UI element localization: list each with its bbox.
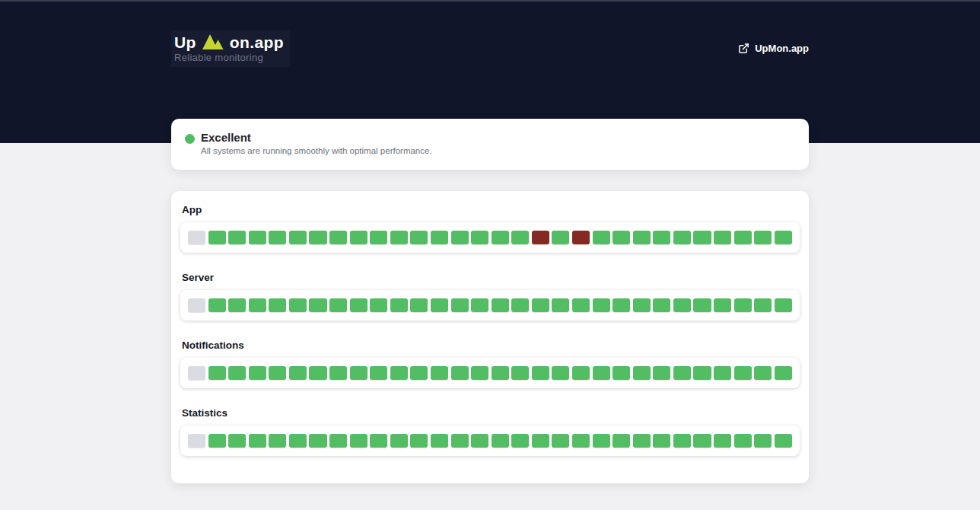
status-segment-up (410, 366, 428, 380)
status-segment-empty (188, 231, 205, 244)
monitor-label: Server (182, 272, 798, 283)
status-segment-up (431, 434, 448, 448)
brand-name-suffix: on.app (230, 34, 284, 50)
external-link-icon (738, 43, 749, 54)
status-segment-up (673, 298, 691, 312)
status-segment-up (451, 434, 469, 448)
overall-status-card: Excellent All systems are running smooth… (171, 119, 809, 170)
status-segment-up (370, 366, 387, 380)
status-segment-up (350, 231, 368, 244)
mountains-logo-icon (202, 33, 224, 50)
status-segment-empty (188, 434, 205, 448)
status-segment-up (370, 298, 387, 312)
status-segment-up (532, 298, 549, 312)
monitor-track-container (180, 426, 800, 456)
status-segment-up (410, 231, 428, 244)
status-segment-up (471, 298, 488, 312)
status-segment-up (552, 231, 569, 244)
status-segment-up (572, 434, 590, 448)
status-segment-up (653, 366, 670, 380)
status-segment-up (532, 366, 549, 380)
status-segment-up (734, 434, 752, 448)
status-segment-up (492, 298, 509, 312)
status-segment-up (754, 366, 772, 380)
status-segment-up (653, 298, 670, 312)
status-segment-up (511, 366, 529, 380)
status-segment-up (734, 231, 752, 244)
status-segment-up (633, 298, 651, 312)
status-segment-up (431, 366, 448, 380)
status-segment-up (390, 231, 408, 244)
monitors: App Server Notifications Statistics (180, 204, 800, 456)
status-segment-up (431, 231, 448, 244)
status-segment-up (633, 434, 651, 448)
status-segment-up (289, 298, 307, 312)
status-segment-up (673, 231, 691, 244)
status-segment-up (289, 366, 307, 380)
monitor-label: Notifications (182, 339, 798, 351)
status-segment-up (289, 231, 307, 244)
status-segment-up (269, 298, 286, 312)
status-segment-up (269, 231, 286, 244)
status-segment-up (329, 298, 347, 312)
status-segment-up (249, 434, 266, 448)
status-segment-up (451, 231, 469, 244)
status-segment-up (410, 298, 428, 312)
status-segment-up (370, 231, 387, 244)
status-segment-up (249, 231, 266, 244)
status-segment-up (612, 434, 630, 448)
status-segment-up (693, 366, 711, 380)
status-segment-up (673, 434, 691, 448)
status-segment-up (249, 298, 266, 312)
status-segment-up (471, 434, 488, 448)
status-segment-up (511, 231, 529, 244)
status-segment-up (431, 298, 448, 312)
status-segment-up (593, 298, 610, 312)
status-segment-up (309, 366, 326, 380)
status-segment-up (350, 434, 368, 448)
status-segment-empty (188, 366, 205, 380)
status-segment-up (329, 434, 347, 448)
status-segment-down (532, 231, 549, 244)
status-segment-up (471, 231, 488, 244)
monitor-track-container (180, 290, 800, 320)
status-segment-up (693, 298, 711, 312)
status-segment-up (532, 434, 549, 448)
status-segment-up (775, 434, 792, 448)
status-segment-down (572, 231, 590, 244)
status-segment-up (390, 298, 408, 312)
status-segment-up (289, 434, 307, 448)
status-segment-up (492, 366, 509, 380)
upmon-external-link[interactable]: UpMon.app (738, 43, 809, 54)
monitor-label: App (182, 204, 798, 215)
status-dot (185, 134, 195, 144)
status-segment-up (673, 366, 691, 380)
status-segment-up (329, 231, 347, 244)
status-level: Excellent (201, 131, 432, 144)
status-segment-up (390, 366, 408, 380)
status-segment-up (269, 434, 286, 448)
status-segment-up (350, 298, 368, 312)
status-segment-up (410, 434, 428, 448)
status-segment-up (208, 231, 226, 244)
brand-logo: Up on.app Reliable monitoring (171, 30, 290, 67)
status-segment-up (552, 434, 569, 448)
status-segment-up (309, 298, 326, 312)
status-segment-up (775, 231, 792, 244)
status-segment-up (350, 366, 368, 380)
status-segment-up (633, 366, 651, 380)
monitor-track (188, 366, 792, 380)
status-segment-up (734, 298, 752, 312)
status-segment-up (633, 231, 651, 244)
status-segment-up (208, 298, 226, 312)
status-segment-up (593, 231, 610, 244)
status-segment-up (329, 366, 347, 380)
monitor-track (188, 231, 792, 244)
status-segment-up (269, 366, 286, 380)
status-segment-up (693, 231, 711, 244)
status-segment-up (208, 434, 226, 448)
status-segment-up (511, 298, 529, 312)
status-segment-up (734, 366, 752, 380)
status-segment-up (593, 434, 610, 448)
external-link-label: UpMon.app (755, 43, 809, 54)
